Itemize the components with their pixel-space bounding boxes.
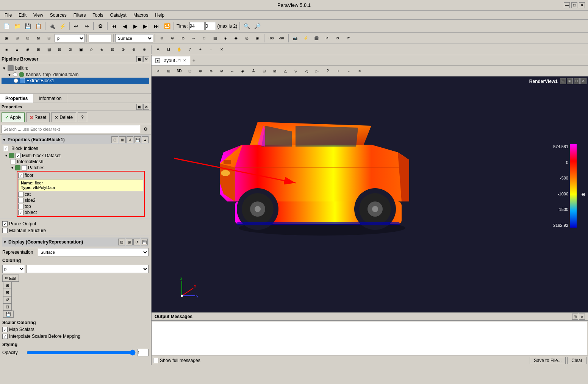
- tb3-btn9[interactable]: ◇: [86, 45, 96, 55]
- render-tb-btn13[interactable]: △: [280, 66, 290, 76]
- settings-button[interactable]: ⚙: [95, 21, 105, 31]
- representation-display-select[interactable]: Surface: [38, 248, 149, 256]
- patches-checkbox[interactable]: [22, 165, 27, 170]
- internalmesh-row[interactable]: InternalMesh: [5, 159, 146, 165]
- display-restore-btn[interactable]: ↺: [133, 239, 140, 245]
- tb3-btn2[interactable]: ▲: [12, 45, 22, 55]
- props-float-btn[interactable]: ⊞: [136, 104, 142, 110]
- play-button[interactable]: ▶: [130, 21, 140, 31]
- render-tb-btn4[interactable]: ⊡: [185, 66, 195, 76]
- menu-edit[interactable]: Edit: [16, 12, 30, 19]
- map-scalars-checkbox[interactable]: [2, 327, 8, 332]
- maintain-structure-checkbox[interactable]: [2, 228, 8, 233]
- interpolate-checkbox[interactable]: [2, 334, 8, 339]
- tb2-btn3[interactable]: ⊡: [23, 33, 33, 43]
- tb3-btn3[interactable]: ◉: [23, 45, 33, 55]
- render-tb-btn15[interactable]: ◁: [302, 66, 311, 76]
- floor-row[interactable]: floor: [18, 172, 143, 178]
- object-checkbox[interactable]: [18, 210, 23, 215]
- minimize-button[interactable]: —: [564, 2, 570, 8]
- last-frame-button[interactable]: ⏭: [152, 21, 161, 31]
- menu-view[interactable]: View: [30, 12, 46, 19]
- view-split-h-btn[interactable]: ⊟: [560, 78, 566, 84]
- tree-item-extractblock1[interactable]: ExtractBlock1: [2, 78, 149, 84]
- coloring-btn4[interactable]: ↺: [3, 296, 12, 303]
- floor-checkbox[interactable]: [18, 173, 23, 178]
- tb3-btn7[interactable]: ⊠: [65, 45, 75, 55]
- cat-row[interactable]: cat: [18, 191, 143, 197]
- side2-checkbox[interactable]: [18, 198, 23, 203]
- coloring-select-2[interactable]: [27, 265, 149, 273]
- top-checkbox[interactable]: [18, 204, 23, 209]
- loop-button[interactable]: 🔁: [162, 21, 172, 31]
- search-input[interactable]: [2, 125, 140, 133]
- close-button[interactable]: ✕: [579, 2, 585, 8]
- multiblock-row[interactable]: ▼ Multi-block Dataset: [5, 153, 146, 159]
- connect-button[interactable]: 🔌: [47, 21, 57, 31]
- view-split-v-btn[interactable]: ⊞: [567, 78, 573, 84]
- zoom-button[interactable]: 🔍: [242, 21, 252, 31]
- reset-button[interactable]: ⊘ Reset: [26, 112, 50, 122]
- first-frame-button[interactable]: ⏮: [109, 21, 119, 31]
- time-step-input[interactable]: [205, 22, 216, 30]
- tb3-btn14[interactable]: ⊘: [139, 45, 149, 55]
- view-close-btn[interactable]: ✕: [580, 78, 586, 84]
- menu-help[interactable]: Help: [152, 12, 167, 19]
- animation-btn[interactable]: 🎬: [311, 33, 321, 43]
- render-tb-btn9[interactable]: ◈: [238, 66, 248, 76]
- save-to-file-button[interactable]: Save to File...: [530, 357, 566, 364]
- display-save-btn[interactable]: 💾: [141, 239, 148, 245]
- render-tb-btn7[interactable]: ⊘: [217, 66, 227, 76]
- view-tab-layout1[interactable]: ■ Layout #1 ✕: [152, 56, 190, 65]
- tb2-btn5[interactable]: ⊟: [44, 33, 54, 43]
- quicksave-btn[interactable]: ⚡: [301, 33, 311, 43]
- select-cells-surface-btn[interactable]: ◆: [231, 33, 241, 43]
- menu-macros[interactable]: Macros: [130, 12, 151, 19]
- render-tb-btn8[interactable]: ↔: [227, 66, 237, 76]
- menu-filters[interactable]: Filters: [70, 12, 89, 19]
- tb3-btn15[interactable]: A: [153, 45, 163, 55]
- search-gear-icon[interactable]: ⚙: [142, 125, 149, 133]
- tb3-btn13[interactable]: ⊕: [129, 45, 139, 55]
- refresh3-btn[interactable]: ⟳: [343, 33, 353, 43]
- tb2-btn4[interactable]: ⊠: [33, 33, 43, 43]
- tab-properties[interactable]: Properties: [0, 94, 33, 103]
- select-pts-surface-btn[interactable]: ◈: [220, 33, 230, 43]
- tb3-btn17[interactable]: ✋: [174, 45, 184, 55]
- view-max-btn[interactable]: □: [574, 78, 580, 84]
- save-as-button[interactable]: 📋: [33, 21, 43, 31]
- render-tb-btn14[interactable]: ▽: [291, 66, 301, 76]
- title-bar-controls[interactable]: — □ ✕: [564, 2, 585, 8]
- tb3-btn12[interactable]: ⊗: [118, 45, 128, 55]
- menu-catalyst[interactable]: Catalyst: [107, 12, 130, 19]
- tb2-btn1[interactable]: ▣: [2, 33, 11, 43]
- tb3-btn4[interactable]: ⊞: [33, 45, 43, 55]
- coloring-btn6[interactable]: 💾: [3, 311, 14, 318]
- tb3-btn11[interactable]: ⊡: [108, 45, 117, 55]
- render-tb-btn19[interactable]: -: [344, 66, 354, 76]
- render-tb-btn16[interactable]: ▷: [312, 66, 322, 76]
- menu-sources[interactable]: Sources: [47, 12, 70, 19]
- multiblock-checkbox[interactable]: [16, 153, 21, 158]
- undo-button[interactable]: ↩: [71, 21, 81, 31]
- coloring-btn5[interactable]: ⊡: [3, 303, 12, 311]
- pipeline-float-btn[interactable]: ⊞: [136, 56, 142, 62]
- tb3-btn8[interactable]: ▣: [76, 45, 86, 55]
- display-paste-btn[interactable]: ⊞: [126, 239, 133, 245]
- render-tb-btn5[interactable]: ⊕: [195, 66, 205, 76]
- tb3-btn6[interactable]: ⊟: [55, 45, 64, 55]
- redo-button[interactable]: ↪: [82, 21, 92, 31]
- select-pts-btn[interactable]: □: [199, 33, 209, 43]
- opacity-slider[interactable]: [27, 350, 136, 356]
- output-float-btn[interactable]: ⊞: [572, 314, 578, 320]
- output-close-btn[interactable]: ✕: [579, 314, 585, 320]
- layout-tab-close-btn[interactable]: ✕: [183, 58, 186, 62]
- group-scroll-up-btn[interactable]: ▲: [142, 136, 149, 143]
- prune-output-checkbox[interactable]: [2, 221, 8, 226]
- render-tb-close-btn[interactable]: ✕: [355, 66, 364, 76]
- edit-coloring-button[interactable]: ✏ Edit: [2, 275, 19, 282]
- new-button[interactable]: 📄: [2, 21, 11, 31]
- tb2-rot90-btn[interactable]: +90: [266, 33, 276, 43]
- apply-button[interactable]: ✓ Apply: [2, 112, 25, 122]
- render-view[interactable]: RenderView1 ⊟ ⊞ □ ✕ ⊕: [152, 76, 588, 312]
